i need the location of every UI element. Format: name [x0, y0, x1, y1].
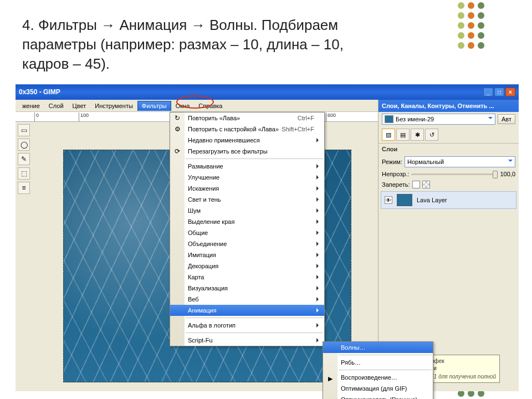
menu-repeat[interactable]: ↻ Повторить «Лава» Ctrl+F — [170, 112, 324, 124]
tool-button[interactable]: ✎ — [18, 153, 30, 165]
close-button[interactable]: × — [505, 88, 515, 96]
layers-label: Слои — [382, 146, 515, 152]
toolbox: ▭ ◯ ✎ ⬚ ≡ — [16, 122, 32, 388]
menu-item-windows[interactable]: Окна — [171, 101, 195, 111]
lock-controls — [412, 181, 430, 188]
menu-item-layer[interactable]: Слой — [44, 101, 68, 111]
menu-reload-filters[interactable]: ⟳ Перезагрузить все фильтры — [170, 146, 324, 157]
dock-tabs: ▧ ▤ ✱ ↺ — [378, 126, 519, 143]
window-title: 0x350 - GIMP — [19, 88, 483, 96]
menu-artistic[interactable]: Имитация — [170, 249, 324, 260]
menu-item-filters[interactable]: Фильтры — [137, 101, 171, 111]
visibility-toggle-icon[interactable]: 👁 — [385, 196, 392, 204]
ruler-tick: 100 — [80, 112, 89, 118]
tab-layers-icon[interactable]: ▧ — [382, 129, 395, 141]
tab-paths-icon[interactable]: ✱ — [411, 129, 424, 141]
menu-distort[interactable]: Искажения — [170, 183, 324, 194]
menu-map[interactable]: Карта — [170, 272, 324, 283]
tool-button[interactable]: ⬚ — [18, 167, 30, 180]
mode-select[interactable]: Нормальный — [405, 156, 515, 167]
opacity-label: Непрозр.: — [382, 171, 409, 177]
reload-icon: ⟳ — [173, 147, 182, 156]
window-titlebar[interactable]: 0x350 - GIMP _ □ × — [16, 84, 519, 100]
menu-edge-detect[interactable]: Выделение края — [170, 216, 324, 227]
menu-item-tools[interactable]: Инструменты — [90, 101, 137, 111]
menu-noise[interactable]: Шум — [170, 205, 324, 216]
submenu-optimize-gif[interactable]: Оптимизация (для GIF) — [323, 383, 433, 394]
lock-label: Запереть: — [382, 181, 410, 188]
mode-label: Режим: — [382, 158, 402, 165]
layer-name: Lava Layer — [417, 197, 447, 203]
menu-light-shadow[interactable]: Свет и тень — [170, 194, 324, 205]
mode-value: Нормальный — [407, 158, 444, 165]
ruler-tick: 0 — [36, 112, 39, 118]
menu-blur[interactable]: Размывание — [170, 161, 324, 172]
animation-submenu: Волны… Рябь… ▶ Воспроизведение… Оптимиза… — [323, 341, 433, 399]
menu-recent[interactable]: Недавно применявшиеся — [170, 135, 324, 146]
layer-thumbnail — [397, 194, 412, 206]
menu-render[interactable]: Визуализация — [170, 283, 324, 294]
menu-item-color[interactable]: Цвет — [68, 101, 91, 111]
submenu-waves[interactable]: Волны… — [323, 342, 433, 353]
play-icon: ▶ — [326, 374, 335, 383]
opacity-value: 100,0 — [500, 171, 515, 177]
menu-web[interactable]: Веб — [170, 294, 324, 305]
submenu-optimize-diff[interactable]: Оптимизировать (Разница) — [323, 394, 433, 399]
lock-alpha-checkbox[interactable] — [422, 181, 430, 188]
menu-alpha-to-logo[interactable]: Альфа в логотип — [170, 320, 324, 331]
menu-item-image[interactable]: жение — [18, 101, 44, 111]
opacity-slider[interactable] — [411, 173, 498, 175]
submenu-playback[interactable]: ▶ Воспроизведение… — [323, 372, 433, 383]
maximize-button[interactable]: □ — [494, 88, 504, 96]
tab-undo-icon[interactable]: ↺ — [425, 129, 438, 141]
menu-generic[interactable]: Общие — [170, 227, 324, 238]
slide-deco-top — [458, 2, 491, 49]
menu-decor[interactable]: Декорация — [170, 260, 324, 272]
repeat-settings-icon: ⚙ — [173, 125, 182, 134]
ruler-tick: 600 — [328, 112, 336, 118]
submenu-ripple[interactable]: Рябь… — [323, 357, 433, 368]
layers-panel-title[interactable]: Слои, Каналы, Контуры, Отменить ... — [378, 100, 519, 112]
menu-item-help[interactable]: Справка — [194, 101, 227, 111]
image-selector-value: Без имени-29 — [396, 116, 434, 122]
repeat-icon: ↻ — [173, 114, 182, 122]
tab-channels-icon[interactable]: ▤ — [396, 129, 410, 141]
minimize-button[interactable]: _ — [483, 88, 493, 96]
tool-button[interactable]: ≡ — [18, 182, 30, 194]
gimp-window: 0x350 - GIMP _ □ × жение Слой Цвет Инстр… — [16, 84, 519, 391]
filters-dropdown: ↻ Повторить «Лава» Ctrl+F ⚙ Повторить с … — [170, 112, 325, 346]
menu-combine[interactable]: Объединение — [170, 238, 324, 249]
menu-repeat-settings[interactable]: ⚙ Повторить с настройкой «Лава» Shift+Ct… — [170, 124, 324, 135]
menu-script-fu[interactable]: Script-Fu — [170, 335, 324, 346]
auto-button[interactable]: Авт — [498, 114, 515, 124]
lock-pixel-checkbox[interactable] — [412, 181, 420, 188]
image-thumb-icon — [385, 115, 393, 123]
tool-button[interactable]: ◯ — [18, 139, 30, 151]
image-selector[interactable]: Без имени-29 — [382, 114, 495, 125]
menu-animation[interactable]: Анимация — [170, 305, 324, 316]
layer-row[interactable]: 👁 Lava Layer — [381, 191, 516, 209]
slide-title: 4. Фильтры → Анимация → Волны. Подбираем… — [22, 16, 443, 74]
menu-enhance[interactable]: Улучшение — [170, 172, 324, 183]
tool-button[interactable]: ▭ — [18, 124, 30, 136]
